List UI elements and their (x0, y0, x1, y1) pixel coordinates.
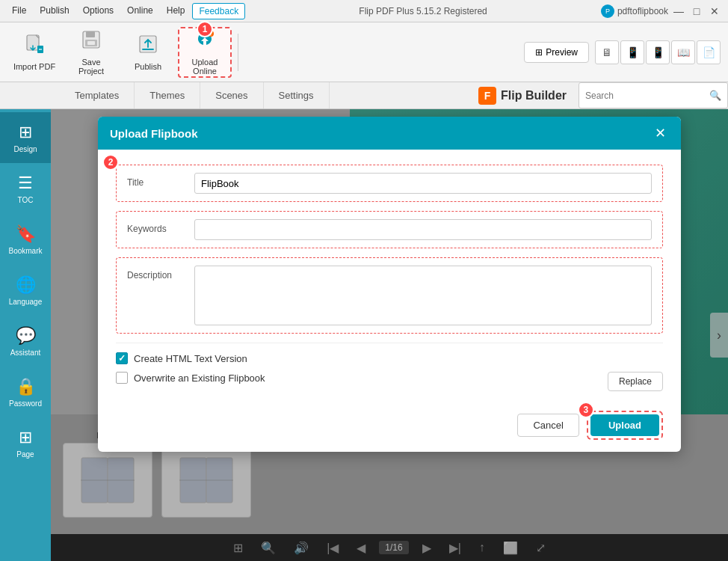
step-2-badge: 2 (102, 154, 119, 171)
password-label: Password (9, 399, 42, 408)
modal-footer: Cancel 3 Upload (98, 403, 681, 452)
flip-builder-text: Flip Builder (501, 89, 567, 102)
page-icon: ⊞ (19, 428, 32, 447)
assistant-label: Assistant (10, 349, 41, 357)
description-field-group: Description (116, 257, 663, 334)
flip-brand: F Flip Builder (466, 82, 579, 108)
toolbar: Import PDF Save Project Publish 1 (0, 22, 728, 82)
mobile-view-button[interactable]: 📱 (646, 40, 670, 64)
import-pdf-icon (24, 34, 45, 59)
publish-label: Publish (135, 62, 161, 71)
sidebar: ⊞ Design ☰ TOC 🔖 Bookmark 🌐 Language 💬 A… (0, 109, 51, 561)
spread-view-button[interactable]: 📖 (671, 40, 695, 64)
menu-online[interactable]: Online (121, 3, 159, 19)
menu-options[interactable]: Options (77, 3, 120, 19)
sidebar-item-design[interactable]: ⊞ Design (0, 112, 51, 163)
title-bar: File Publish Options Online Help Feedbac… (0, 0, 728, 22)
replace-button[interactable]: Replace (608, 372, 663, 391)
content-area: Facile Float (51, 109, 728, 561)
upload-online-label: Upload Online (182, 58, 227, 76)
language-label: Language (9, 298, 43, 306)
keywords-label: Keywords (127, 219, 187, 234)
step-3-badge: 3 (578, 402, 594, 418)
brand-text: pdftoflipbook (617, 6, 668, 16)
menu-publish[interactable]: Publish (34, 3, 75, 19)
toolbar-right: ⊞ Preview 🖥 📱 📱 📖 📄 (524, 40, 721, 64)
preview-label: Preview (546, 47, 578, 58)
brand-icon: P (601, 4, 614, 18)
keywords-input[interactable] (194, 219, 652, 240)
password-icon: 🔒 (16, 377, 36, 396)
title-bar-left: File Publish Options Online Help Feedbac… (6, 3, 245, 19)
modal-header: Upload Flipbook ✕ (98, 117, 681, 150)
sidebar-item-page[interactable]: ⊞ Page (0, 417, 51, 468)
minimize-button[interactable]: — (671, 4, 686, 19)
close-button[interactable]: ✕ (707, 4, 722, 19)
import-pdf-label: Import PDF (13, 62, 55, 71)
overwrite-label: Overwrite an Existing Flipbook (134, 373, 265, 384)
upload-flipbook-modal: Upload Flipbook ✕ 2 Title Keywords (98, 117, 681, 452)
search-box[interactable]: 🔍 (579, 82, 728, 108)
modal-title: Upload Flipbook (110, 127, 198, 140)
toc-label: TOC (18, 196, 34, 204)
tab-templates[interactable]: Templates (60, 82, 135, 108)
app-title: Flip PDF Plus 5.15.2 Registered (359, 6, 487, 16)
upload-online-button[interactable]: 1 ! Upload Online (178, 27, 232, 78)
upload-btn-wrapper: 3 Upload (587, 411, 663, 440)
design-icon: ⊞ (19, 123, 32, 142)
save-icon (81, 29, 102, 55)
publish-button[interactable]: Publish (121, 27, 175, 78)
sidebar-item-bookmark[interactable]: 🔖 Bookmark (0, 214, 51, 265)
description-textarea[interactable] (194, 266, 652, 325)
overwrite-checkbox[interactable] (116, 372, 128, 384)
modal-overlay: Upload Flipbook ✕ 2 Title Keywords (51, 109, 728, 561)
assistant-icon: 💬 (16, 326, 36, 346)
maximize-button[interactable]: □ (689, 4, 704, 19)
overwrite-checkbox-row: Overwrite an Existing Flipbook (116, 372, 265, 384)
import-pdf-button[interactable]: Import PDF (7, 27, 61, 78)
create-html-checkbox[interactable]: ✓ (116, 352, 128, 364)
bookmark-label: Bookmark (8, 247, 42, 255)
publish-icon (138, 34, 158, 59)
save-project-button[interactable]: Save Project (64, 27, 118, 78)
tab-settings[interactable]: Settings (264, 82, 330, 108)
flip-builder-logo: F (478, 87, 496, 105)
upload-btn-highlight: Upload (587, 411, 663, 440)
title-label: Title (127, 173, 187, 188)
tab-scenes[interactable]: Scenes (200, 82, 263, 108)
create-html-row: ✓ Create HTML Text Version (116, 352, 663, 364)
save-project-label: Save Project (68, 58, 114, 76)
checkmark-icon: ✓ (118, 353, 126, 364)
toolbar-separator (238, 34, 238, 71)
tab-themes[interactable]: Themes (135, 82, 200, 108)
sidebar-item-password[interactable]: 🔒 Password (0, 367, 51, 417)
tablet-view-button[interactable]: 📱 (620, 40, 644, 64)
cancel-button[interactable]: Cancel (517, 414, 579, 437)
desktop-view-button[interactable]: 🖥 (595, 40, 619, 64)
menu-file[interactable]: File (6, 3, 32, 19)
preview-button[interactable]: ⊞ Preview (524, 42, 589, 63)
page-label: Page (16, 450, 34, 459)
preview-icon: ⊞ (535, 47, 543, 58)
title-bar-controls: P pdftoflipbook — □ ✕ (601, 4, 722, 19)
svg-rect-5 (87, 41, 95, 45)
keywords-field-group: Keywords (116, 211, 663, 248)
design-label: Design (13, 145, 37, 153)
single-view-button[interactable]: 📄 (697, 40, 721, 64)
bookmark-icon: 🔖 (16, 224, 36, 244)
modal-close-button[interactable]: ✕ (651, 124, 669, 142)
create-html-label: Create HTML Text Version (134, 353, 247, 364)
sidebar-item-assistant[interactable]: 💬 Assistant (0, 316, 51, 367)
svg-text:F: F (484, 90, 491, 102)
language-icon: 🌐 (16, 275, 36, 295)
tab-bar: Templates Themes Scenes Settings F Flip … (0, 82, 728, 109)
menu-feedback[interactable]: Feedback (192, 3, 245, 19)
upload-button[interactable]: Upload (590, 414, 659, 436)
divider (116, 343, 663, 343)
menu-help[interactable]: Help (161, 3, 191, 19)
title-input[interactable] (194, 173, 652, 194)
sidebar-item-language[interactable]: 🌐 Language (0, 265, 51, 316)
sidebar-item-toc[interactable]: ☰ TOC (0, 163, 51, 214)
overwrite-row: Overwrite an Existing Flipbook Replace (116, 372, 663, 391)
search-input[interactable] (585, 91, 706, 101)
